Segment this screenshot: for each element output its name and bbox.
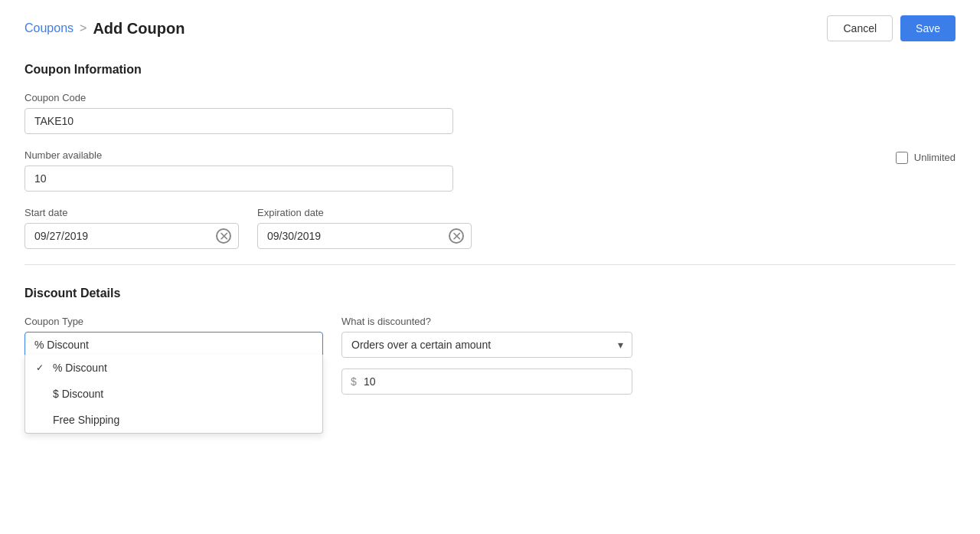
check-icon-percent: ✓	[36, 362, 47, 373]
breadcrumb: Coupons > Add Coupon	[24, 20, 185, 38]
start-date-clear-icon[interactable]: ✕	[216, 228, 231, 244]
what-discounted-select-wrapper: Orders over a certain amount ▾	[341, 332, 632, 358]
unlimited-label: Unlimited	[914, 152, 956, 163]
number-available-header: Number available Unlimited	[24, 149, 956, 165]
dropdown-item-percent-discount[interactable]: ✓ % Discount	[25, 355, 322, 381]
coupon-type-select[interactable]: % Discount	[24, 332, 323, 358]
coupon-type-dropdown[interactable]: ✓ % Discount $ Discount Free Shipping	[24, 355, 323, 434]
header: Coupons > Add Coupon Cancel Save	[24, 15, 956, 41]
discount-details-title: Discount Details	[24, 287, 956, 300]
dollar-amount-group: $	[341, 369, 632, 395]
unlimited-row: Unlimited	[896, 152, 956, 164]
discount-row: Coupon Type % Discount ✓ % Discount $ Di…	[24, 316, 956, 358]
start-date-label: Start date	[24, 207, 239, 218]
check-icon-free-shipping	[36, 414, 47, 425]
save-button[interactable]: Save	[900, 15, 956, 41]
expiration-date-wrapper: ✕	[257, 223, 472, 249]
number-available-group: Number available Unlimited	[24, 149, 956, 192]
breadcrumb-link[interactable]: Coupons	[24, 21, 74, 35]
dropdown-item-free-shipping[interactable]: Free Shipping	[25, 407, 322, 433]
section-divider	[24, 264, 956, 265]
page-title: Add Coupon	[93, 20, 185, 38]
coupon-info-title: Coupon Information	[24, 63, 956, 77]
what-discounted-group: What is discounted? Orders over a certai…	[341, 316, 632, 358]
cancel-button[interactable]: Cancel	[827, 15, 893, 41]
what-discounted-select[interactable]: Orders over a certain amount	[341, 332, 632, 358]
number-available-input[interactable]	[24, 165, 453, 192]
coupon-type-label: Coupon Type	[24, 316, 323, 327]
expiration-date-group: Expiration date ✕	[257, 207, 472, 249]
dropdown-item-dollar-discount[interactable]: $ Discount	[25, 381, 322, 407]
dropdown-label-percent: % Discount	[53, 362, 107, 374]
check-icon-dollar	[36, 388, 47, 399]
coupon-code-label: Coupon Code	[24, 92, 956, 103]
number-available-label: Number available	[24, 149, 102, 161]
expiration-date-label: Expiration date	[257, 207, 472, 218]
breadcrumb-separator: >	[80, 21, 87, 35]
dates-row: Start date ✕ Expiration date ✕	[24, 207, 956, 249]
start-date-group: Start date ✕	[24, 207, 239, 249]
start-date-wrapper: ✕	[24, 223, 239, 249]
coupon-info-section: Coupon Information Coupon Code Number av…	[24, 63, 956, 249]
unlimited-checkbox[interactable]	[896, 152, 908, 164]
dollar-amount-input[interactable]	[341, 369, 632, 395]
coupon-code-input[interactable]	[24, 108, 453, 134]
start-date-input[interactable]	[24, 223, 239, 249]
page: Coupons > Add Coupon Cancel Save Coupon …	[0, 0, 980, 534]
expiration-date-input[interactable]	[257, 223, 472, 249]
what-discounted-label: What is discounted?	[341, 316, 632, 327]
discount-details-section: Discount Details Coupon Type % Discount …	[24, 287, 956, 395]
dollar-input-wrapper: $	[341, 369, 632, 395]
coupon-type-selected-value: % Discount	[34, 339, 89, 351]
dropdown-label-free-shipping: Free Shipping	[53, 414, 119, 426]
header-actions: Cancel Save	[827, 15, 956, 41]
dropdown-label-dollar: $ Discount	[53, 388, 103, 400]
dollar-prefix-icon: $	[351, 375, 357, 388]
coupon-code-group: Coupon Code	[24, 92, 956, 134]
expiration-date-clear-icon[interactable]: ✕	[449, 228, 464, 244]
coupon-type-group: Coupon Type % Discount ✓ % Discount $ Di…	[24, 316, 323, 358]
